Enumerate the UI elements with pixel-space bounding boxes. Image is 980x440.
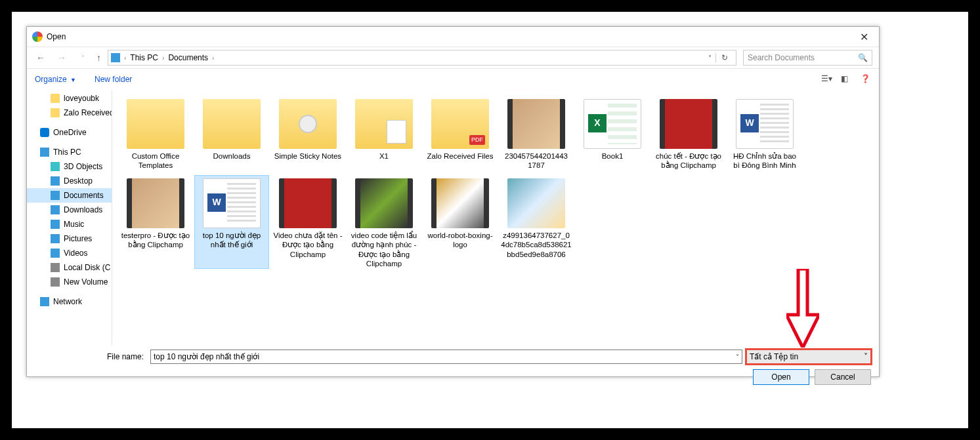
sidebar-item-thispc[interactable]: This PC (27, 145, 112, 159)
chrome-icon (32, 31, 43, 42)
chevron-right-icon: › (123, 54, 127, 62)
file-item[interactable]: HĐ Chỉnh sửa bao bì Đông Bình Minh (728, 96, 801, 170)
search-icon: 🔍 (858, 53, 868, 62)
organize-menu[interactable]: Organize ▼ (35, 75, 76, 84)
breadcrumb-root[interactable]: This PC (127, 53, 161, 62)
pictures-icon (51, 234, 60, 243)
video-icon (507, 99, 565, 149)
open-dialog: Open ✕ ← → ˅ ↑ › This PC › Documents › ˅… (26, 26, 880, 377)
file-item[interactable]: testerpro - Được tạo bằng Clipchamp (119, 176, 192, 269)
music-icon (51, 220, 60, 229)
preview-pane-icon[interactable]: ◧ (841, 74, 851, 85)
sidebar-item-downloads[interactable]: Downloads (27, 203, 112, 217)
sidebar-item-pictures[interactable]: Pictures (27, 231, 112, 246)
recent-dropdown[interactable]: ˅ (75, 54, 90, 62)
documents-icon (51, 191, 60, 200)
search-input[interactable]: Search Documents 🔍 (743, 50, 872, 66)
folder-icon (51, 108, 60, 117)
file-item[interactable]: chúc tết - Được tạo bằng Clipchamp (652, 96, 725, 170)
file-item[interactable]: Simple Sticky Notes (271, 96, 345, 170)
folder-icon (127, 99, 184, 149)
address-bar: ← → ˅ ↑ › This PC › Documents › ˅ ↻ Sear… (27, 47, 879, 69)
folder-icon (279, 99, 337, 149)
toolbar: Organize ▼ New folder ☰▾ ◧ ❓ (27, 69, 879, 90)
sidebar-item-localdisk[interactable]: Local Disk (C (27, 260, 112, 275)
dialog-title: Open (47, 32, 66, 41)
file-item[interactable]: world-robot-boxing-logo (423, 176, 497, 269)
sidebar-item-loveyoubk[interactable]: loveyoubk (27, 91, 112, 106)
forward-button[interactable]: → (54, 52, 69, 63)
image-icon (507, 178, 565, 228)
disk-icon (51, 277, 60, 287)
video-icon (127, 178, 184, 228)
breadcrumb-folder[interactable]: Documents (165, 53, 211, 62)
file-item[interactable]: Downloads (195, 96, 268, 170)
open-button[interactable]: Open (753, 369, 809, 385)
help-icon[interactable]: ❓ (861, 74, 871, 85)
file-item[interactable]: 230457544201443 1787 (500, 96, 573, 170)
downloads-icon (51, 205, 60, 214)
folder-icon (51, 94, 60, 103)
sidebar-item-music[interactable]: Music (27, 217, 112, 231)
new-folder-button[interactable]: New folder (95, 75, 132, 84)
chevron-right-icon: › (161, 54, 165, 62)
filename-label: File name: (35, 352, 146, 361)
chevron-down-icon[interactable]: ˅ (736, 353, 739, 361)
word-icon (736, 99, 794, 149)
titlebar: Open ✕ (27, 27, 879, 47)
refresh-button[interactable]: ↻ (715, 53, 733, 62)
image-icon (431, 178, 489, 228)
chevron-down-icon: ˅ (864, 352, 868, 361)
disk-icon (51, 263, 60, 272)
close-button[interactable]: ✕ (855, 31, 874, 43)
sidebar-item-onedrive[interactable]: OneDrive (27, 125, 112, 140)
view-menu-icon[interactable]: ☰▾ (821, 74, 832, 85)
video-icon (355, 178, 413, 228)
filename-input[interactable]: top 10 người đẹp nhất thế giới˅ (150, 350, 742, 364)
sidebar: loveyoubk Zalo Received OneDrive This PC… (27, 90, 112, 346)
file-item-selected[interactable]: top 10 người đẹp nhất thế giới (195, 176, 268, 269)
folder-icon (431, 99, 489, 149)
file-item[interactable]: Video chưa đặt tên - Được tạo bằng Clipc… (271, 176, 345, 269)
network-icon (40, 297, 49, 306)
sidebar-item-zalo[interactable]: Zalo Received (27, 106, 112, 120)
video-icon (279, 178, 337, 228)
sidebar-item-videos[interactable]: Videos (27, 246, 112, 260)
path-dropdown[interactable]: ˅ (704, 54, 715, 62)
sidebar-item-network[interactable]: Network (27, 294, 112, 309)
cancel-button[interactable]: Cancel (815, 369, 871, 385)
folder-icon (355, 99, 413, 149)
excel-icon (584, 99, 641, 149)
chevron-right-icon: › (211, 54, 215, 62)
bottom-panel: File name: top 10 người đẹp nhất thế giớ… (27, 346, 879, 391)
file-item[interactable]: Zalo Received Files (423, 96, 497, 170)
file-pane: Custom Office Templates Downloads Simple… (112, 90, 879, 346)
filetype-filter[interactable]: Tất cả Tệp tin˅ (746, 350, 871, 364)
back-button[interactable]: ← (33, 52, 48, 63)
file-item[interactable]: X1 (347, 96, 421, 170)
videos-icon (51, 249, 60, 258)
sidebar-item-newvolume[interactable]: New Volume (27, 275, 112, 289)
word-icon (203, 178, 261, 228)
desktop-icon (51, 176, 60, 186)
file-item[interactable]: z4991364737627_04dc78b5ca8d538621bbd5ed9… (500, 176, 573, 269)
sidebar-item-desktop[interactable]: Desktop (27, 174, 112, 188)
onedrive-icon (40, 128, 49, 137)
file-item[interactable]: Custom Office Templates (119, 96, 192, 170)
up-button[interactable]: ↑ (96, 52, 101, 63)
pc-icon (111, 53, 120, 62)
file-item[interactable]: video code tiệm lẩu đường hạnh phúc - Đư… (347, 176, 421, 269)
file-item[interactable]: Book1 (576, 96, 649, 170)
folder-icon (203, 99, 261, 149)
search-placeholder: Search Documents (748, 53, 858, 62)
pc-icon (40, 148, 49, 157)
sidebar-item-3dobjects[interactable]: 3D Objects (27, 159, 112, 174)
path-box[interactable]: › This PC › Documents › ˅ ↻ (108, 50, 736, 66)
sidebar-item-documents[interactable]: Documents (27, 188, 112, 203)
video-icon (660, 99, 717, 149)
3d-icon (51, 162, 60, 171)
